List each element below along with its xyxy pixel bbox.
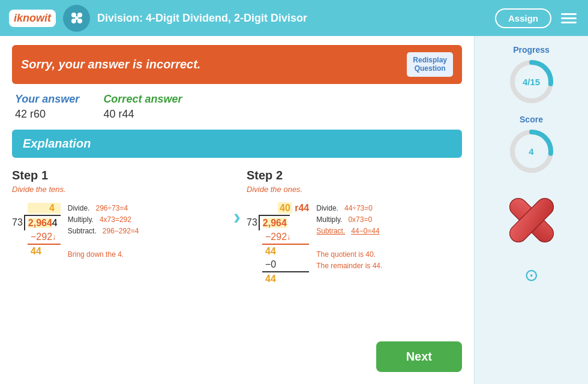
progress-section: Progress 4/15 bbox=[508, 45, 556, 106]
correct-answer-label: Correct answer bbox=[103, 93, 182, 106]
step1-title: Step 1 bbox=[12, 169, 227, 182]
step2-quotient: 40 bbox=[278, 202, 292, 214]
step2-remainder-label: r44 bbox=[292, 203, 309, 213]
step1-remainder: 44 bbox=[31, 246, 41, 257]
step2-explanation: Divide. 44÷73=0 Multiply. 0x73=0 Subtrac… bbox=[316, 203, 382, 272]
your-answer-block: Your answer 42 r60 bbox=[15, 93, 79, 121]
step1: Step 1 Divide the tens. 4 73 2,96 bbox=[12, 169, 227, 260]
step1-sub-value: 292 bbox=[36, 232, 52, 242]
step1-quotient: 4 bbox=[49, 203, 55, 213]
step2-work: 40 r44 73 2,964 − 2 bbox=[247, 203, 462, 286]
score-section: Score 4 bbox=[508, 115, 556, 175]
score-label: Score bbox=[508, 115, 556, 124]
chevron-divider: › bbox=[233, 169, 241, 230]
step2-dividend: 2,964 bbox=[263, 218, 287, 228]
step2-subtitle: Divide the ones. bbox=[247, 185, 462, 194]
correct-answer-value: 40 r44 bbox=[103, 108, 182, 121]
back-arrow[interactable]: ⊙ bbox=[524, 265, 538, 285]
score-circle: 4 bbox=[508, 127, 556, 175]
main-container: Sorry, your answer is incorrect. Redispl… bbox=[0, 36, 588, 384]
next-button[interactable]: Next bbox=[376, 341, 462, 372]
svg-point-0 bbox=[71, 13, 76, 17]
redisplay-button[interactable]: Redisplay Question bbox=[407, 52, 453, 77]
progress-circle: 4/15 bbox=[508, 58, 556, 106]
progress-value: 4/15 bbox=[523, 77, 540, 87]
logo: iknowit bbox=[9, 10, 56, 27]
step1-work: 4 73 2,9644 − 292 bbox=[12, 203, 227, 260]
logo-highlight: it bbox=[44, 12, 51, 24]
content-area: Sorry, your answer is incorrect. Redispl… bbox=[0, 36, 474, 384]
sidebar: Progress 4/15 Score 4 bbox=[474, 36, 588, 384]
step1-divisor: 73 bbox=[12, 215, 24, 228]
step2: Step 2 Divide the ones. 40 r44 73 2,964 bbox=[247, 169, 462, 286]
page-title: Division: 4-Digit Dividend, 2-Digit Divi… bbox=[97, 12, 488, 25]
step1-dividend-highlight: 2,964 bbox=[28, 218, 52, 228]
score-value: 4 bbox=[529, 146, 533, 157]
your-answer-value: 42 r60 bbox=[15, 108, 79, 121]
explanation-header: Explanation bbox=[12, 130, 462, 158]
step2-divisor: 73 bbox=[247, 215, 259, 228]
step1-notation: 4 73 2,9644 − 292 bbox=[12, 203, 61, 258]
menu-button[interactable] bbox=[559, 11, 579, 26]
subject-icon bbox=[63, 5, 90, 32]
header: iknowit Division: 4-Digit Dividend, 2-Di… bbox=[0, 0, 588, 36]
assign-button[interactable]: Assign bbox=[495, 8, 551, 28]
step1-subtitle: Divide the tens. bbox=[12, 185, 227, 194]
incorrect-banner: Sorry, your answer is incorrect. Redispl… bbox=[12, 45, 462, 84]
explanation-label: Explanation bbox=[23, 137, 91, 150]
logo-text: iknow bbox=[14, 12, 44, 24]
incorrect-text: Sorry, your answer is incorrect. bbox=[21, 58, 200, 71]
svg-point-3 bbox=[77, 19, 82, 23]
next-button-container: Next bbox=[376, 341, 462, 372]
step2-title: Step 2 bbox=[247, 169, 462, 182]
steps-area: Step 1 Divide the tens. 4 73 2,96 bbox=[12, 169, 462, 286]
x-mark bbox=[496, 184, 568, 256]
correct-answer-block: Correct answer 40 r44 bbox=[103, 93, 182, 121]
svg-point-2 bbox=[71, 19, 76, 23]
step1-arrow: ↓ bbox=[52, 232, 56, 241]
svg-point-1 bbox=[77, 13, 82, 17]
progress-label: Progress bbox=[508, 45, 556, 55]
your-answer-label: Your answer bbox=[15, 93, 79, 106]
step1-explanation: Divide. 296÷73=4 Multiply. 4x73=292 Subt… bbox=[68, 203, 139, 260]
answer-comparison: Your answer 42 r60 Correct answer 40 r44 bbox=[12, 93, 462, 121]
step2-notation: 40 r44 73 2,964 − 2 bbox=[247, 203, 309, 286]
svg-point-4 bbox=[75, 16, 79, 20]
